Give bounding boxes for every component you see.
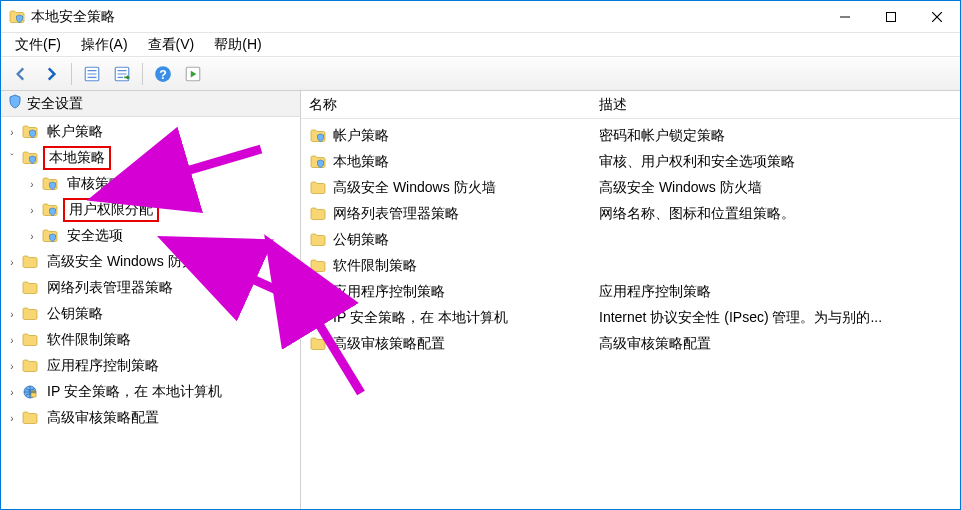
list-row-name: IP 安全策略，在 本地计算机 [333,309,599,327]
tree-item[interactable]: ›应用程序控制策略 [1,353,300,379]
list-row-name: 网络列表管理器策略 [333,205,599,223]
folder-policy-icon [41,227,59,245]
list-row-desc: Internet 协议安全性 (IPsec) 管理。为与别的... [599,309,952,327]
list-row[interactable]: 公钥策略 [301,227,960,253]
list-row-name: 软件限制策略 [333,257,599,275]
tree-item[interactable]: ›公钥策略 [1,301,300,327]
list-row[interactable]: 高级安全 Windows 防火墙高级安全 Windows 防火墙 [301,175,960,201]
chevron-right-icon[interactable]: › [5,359,19,373]
list-row[interactable]: 高级审核策略配置高级审核策略配置 [301,331,960,357]
chevron-right-icon[interactable]: › [25,229,39,243]
window-title: 本地安全策略 [31,8,115,26]
chevron-right-icon[interactable]: › [5,125,19,139]
folder-icon [309,231,327,249]
toolbar-help-button[interactable] [149,61,177,87]
maximize-button[interactable] [868,1,914,33]
list-row-name: 高级审核策略配置 [333,335,599,353]
tree-item-label: 高级安全 Windows 防火墙 [43,252,214,272]
list-row[interactable]: IP 安全策略，在 本地计算机Internet 协议安全性 (IPsec) 管理… [301,305,960,331]
toolbar-tableview-button[interactable] [78,61,106,87]
tree-item[interactable]: ›用户权限分配 [21,197,300,223]
toolbar [1,57,960,91]
tree-item-label: 应用程序控制策略 [43,356,163,376]
toolbar-export-button[interactable] [108,61,136,87]
folder-icon [309,179,327,197]
menu-file[interactable]: 文件(F) [7,34,69,56]
list-row-desc: 审核、用户权利和安全选项策略 [599,153,952,171]
list-row-name: 应用程序控制策略 [333,283,599,301]
folder-icon [21,409,39,427]
menu-view[interactable]: 查看(V) [140,34,203,56]
toolbar-separator [71,63,72,85]
tree-item[interactable]: 网络列表管理器策略 [1,275,300,301]
tree-item-label: 高级审核策略配置 [43,408,163,428]
list-row[interactable]: 帐户策略密码和帐户锁定策略 [301,123,960,149]
tree-item-label: 审核策略 [63,174,127,194]
column-header-desc[interactable]: 描述 [599,96,952,114]
tree-item-label: 用户权限分配 [63,198,159,222]
tree-item[interactable]: ›高级审核策略配置 [1,405,300,431]
toolbar-forward-button[interactable] [37,61,65,87]
tree-item-label: 帐户策略 [43,122,107,142]
folder-icon [309,205,327,223]
chevron-right-icon[interactable]: › [5,333,19,347]
chevron-right-icon[interactable]: › [5,255,19,269]
list-row[interactable]: 本地策略审核、用户权利和安全选项策略 [301,149,960,175]
folder-policy-icon [41,175,59,193]
list-row-name: 公钥策略 [333,231,599,249]
list-row-desc: 高级审核策略配置 [599,335,952,353]
tree-item[interactable]: ›安全选项 [21,223,300,249]
list-row-desc: 网络名称、图标和位置组策略。 [599,205,952,223]
chevron-right-icon[interactable]: › [5,307,19,321]
folder-icon [21,357,39,375]
folder-icon [309,283,327,301]
list-row[interactable]: 软件限制策略 [301,253,960,279]
tree-root[interactable]: 安全设置 [1,91,300,117]
tree-item-label: 软件限制策略 [43,330,135,350]
menu-action[interactable]: 操作(A) [73,34,136,56]
tree-item-label: 网络列表管理器策略 [43,278,177,298]
close-button[interactable] [914,1,960,33]
ipsec-icon [309,309,327,327]
tree-item-label: IP 安全策略，在 本地计算机 [43,382,226,402]
svg-rect-7 [887,13,896,22]
chevron-right-icon[interactable]: › [25,203,39,217]
toolbar-run-button[interactable] [179,61,207,87]
toolbar-back-button[interactable] [7,61,35,87]
tree-item[interactable]: ˇ本地策略 [1,145,300,171]
tree-pane[interactable]: 安全设置 ›帐户策略ˇ本地策略›审核策略›用户权限分配›安全选项›高级安全 Wi… [1,91,301,509]
list-pane[interactable]: 名称 描述 帐户策略密码和帐户锁定策略本地策略审核、用户权利和安全选项策略高级安… [301,91,960,509]
toolbar-separator [142,63,143,85]
list-row[interactable]: 网络列表管理器策略网络名称、图标和位置组策略。 [301,201,960,227]
tree-item-label: 公钥策略 [43,304,107,324]
list-row-name: 高级安全 Windows 防火墙 [333,179,599,197]
tree-item-label: 安全选项 [63,226,127,246]
chevron-right-icon[interactable]: › [5,411,19,425]
window-controls [822,1,960,33]
shield-icon [7,94,23,113]
tree-item[interactable]: ›IP 安全策略，在 本地计算机 [1,379,300,405]
folder-policy-icon [21,149,39,167]
tree-item[interactable]: ›软件限制策略 [1,327,300,353]
minimize-button[interactable] [822,1,868,33]
tree-item[interactable]: ›高级安全 Windows 防火墙 [1,249,300,275]
folder-icon [309,257,327,275]
chevron-right-icon[interactable]: › [5,385,19,399]
chevron-right-icon[interactable]: › [25,177,39,191]
tree-root-label: 安全设置 [27,95,83,113]
folder-icon [21,331,39,349]
folder-policy-icon [309,127,327,145]
menu-help[interactable]: 帮助(H) [206,34,269,56]
list-header: 名称 描述 [301,91,960,119]
list-row-desc: 高级安全 Windows 防火墙 [599,179,952,197]
folder-icon [21,253,39,271]
tree-item[interactable]: ›帐户策略 [1,119,300,145]
list-row-name: 本地策略 [333,153,599,171]
list-row[interactable]: 应用程序控制策略应用程序控制策略 [301,279,960,305]
column-header-name[interactable]: 名称 [309,96,599,114]
folder-icon [21,279,39,297]
chevron-down-icon[interactable]: ˇ [5,151,19,165]
tree-item[interactable]: ›审核策略 [21,171,300,197]
folder-policy-icon [41,201,59,219]
titlebar: 本地安全策略 [1,1,960,33]
